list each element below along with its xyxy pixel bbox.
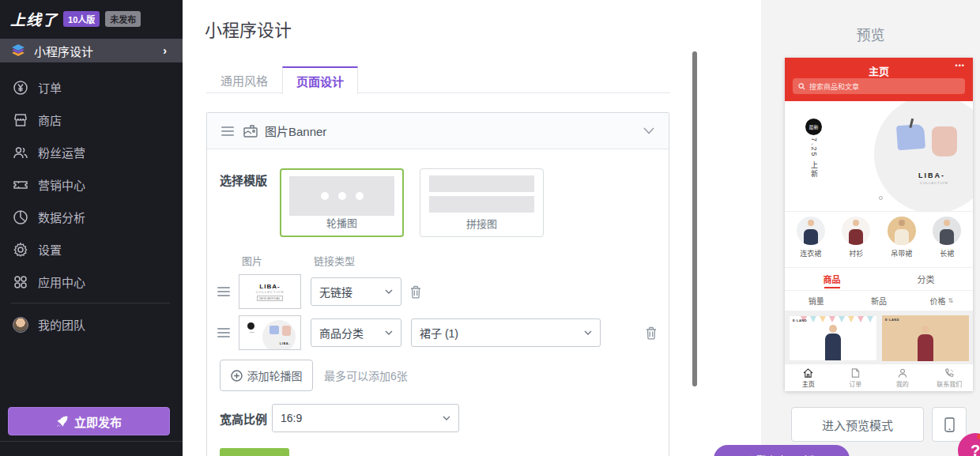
category-image <box>797 217 825 245</box>
publish-now-button[interactable]: 立即发布 <box>8 407 170 435</box>
template-option-label: 拼接图 <box>420 216 543 231</box>
chevron-down-icon <box>443 416 450 420</box>
product-card[interactable]: E·LAND <box>882 315 969 361</box>
select-value: 16:9 <box>281 412 438 424</box>
app-window: 上线了 10人版 未发布 小程序设计 › 订单 商店 <box>0 0 980 456</box>
save-settings-button[interactable]: 保存设置 <box>220 448 289 456</box>
module-header[interactable]: 图片Banner <box>207 113 669 149</box>
drag-handle-icon[interactable] <box>217 287 230 296</box>
category-item[interactable]: 衬衫 <box>842 217 870 267</box>
sidebar-item-label: 营销中心 <box>38 176 85 193</box>
module-actions-row: 保存设置 删除版块 <box>220 448 669 456</box>
column-headers: 图片 链接类型 <box>220 253 669 268</box>
sidebar-item-appcenter[interactable]: 应用中心 <box>0 266 183 298</box>
sidebar: 上线了 10人版 未发布 小程序设计 › 订单 商店 <box>0 0 183 456</box>
sidebar-item-analytics[interactable]: 数据分析 <box>0 201 183 233</box>
chevron-right-icon: › <box>163 44 167 57</box>
nav-home[interactable]: 主页 <box>785 368 832 388</box>
banner-image-row-2: ┊ LIBA- 商品分类 裙子 (1) <box>217 314 658 352</box>
status-badge: 未发布 <box>105 11 141 27</box>
sort-price[interactable]: 价格 ⇅ <box>910 291 973 311</box>
sidebar-divider <box>11 303 170 303</box>
phone-banner-carousel[interactable]: 最新 7.25 上新 LIBA- COLLECTION <box>785 101 973 211</box>
phone-search-bar[interactable]: 搜索商品和文章 <box>793 78 965 94</box>
sidebar-item-settings[interactable]: 设置 <box>0 233 183 266</box>
category-item[interactable]: 连衣裙 <box>797 217 825 267</box>
chevron-down-icon <box>584 330 592 335</box>
sidebar-item-shop[interactable]: 商店 <box>0 104 183 136</box>
sort-sales[interactable]: 销量 <box>785 291 847 311</box>
banner-image-row-1: LIBA- COLLECTION NEW ARRIVAL 无链接 <box>217 273 658 311</box>
people-icon <box>12 144 29 161</box>
sidebar-item-team[interactable]: 我的团队 <box>0 308 183 341</box>
template-picker-label: 选择模版 <box>220 168 280 237</box>
search-placeholder: 搜索商品和文章 <box>809 81 859 92</box>
nav-me[interactable]: 我的 <box>879 368 926 388</box>
select-value: 裙子 (1) <box>420 325 579 341</box>
aspect-ratio-label: 宽高比例 <box>220 410 272 427</box>
add-carousel-row: 添加轮播图 最多可以添加6张 <box>220 360 669 391</box>
stitched-thumbnail-bar <box>429 196 534 213</box>
banner-circle-graphic <box>874 101 973 211</box>
drag-handle-icon[interactable] <box>217 328 230 337</box>
template-option-stitched[interactable]: 拼接图 <box>420 168 544 237</box>
bunting-graphic <box>801 316 876 322</box>
add-carousel-image-button[interactable]: 添加轮播图 <box>220 360 313 391</box>
drag-handle-icon[interactable] <box>221 126 234 136</box>
phone-tab-products[interactable]: 商品 <box>785 268 879 290</box>
product-brand: E·LAND <box>793 318 807 322</box>
trash-icon[interactable] <box>645 326 658 340</box>
link-target-select[interactable]: 裙子 (1) <box>411 318 601 347</box>
tab-page-design[interactable]: 页面设计 <box>282 66 358 94</box>
app-grid-icon <box>12 273 29 291</box>
promo-label: 戳上去及时逛 <box>756 452 818 456</box>
template-option-carousel[interactable]: 轮播图 <box>280 168 404 237</box>
category-item[interactable]: 吊带裙 <box>888 217 916 267</box>
sort-label: 销量 <box>808 295 824 307</box>
sidebar-item-fans[interactable]: 粉丝运营 <box>0 136 183 168</box>
sidebar-item-label: 小程序设计 <box>34 43 93 59</box>
ticket-icon <box>12 176 29 194</box>
mobile-preview-button[interactable] <box>932 407 967 442</box>
nav-orders[interactable]: 订单 <box>832 368 880 388</box>
pointing-hand-icon: ☝ <box>745 454 752 456</box>
phone-sort-row: 销量 新品 价格 ⇅ <box>785 291 973 311</box>
module-body: 选择模版 轮播图 拼接图 图片 链接类型 <box>207 149 669 456</box>
banner-image-thumbnail[interactable]: LIBA- COLLECTION NEW ARRIVAL <box>239 274 301 309</box>
sidebar-item-design[interactable]: 小程序设计 › <box>0 39 183 62</box>
link-type-select[interactable]: 商品分类 <box>311 318 401 347</box>
sidebar-item-orders[interactable]: 订单 <box>0 71 183 104</box>
preview-buttons-row: 进入预览模式 <box>791 407 967 442</box>
vertical-scrollbar[interactable] <box>692 51 697 386</box>
column-header-image: 图片 <box>242 253 314 268</box>
aspect-ratio-row: 宽高比例 16:9 <box>220 404 669 432</box>
chevron-down-icon <box>385 330 393 335</box>
phone-tab-categories[interactable]: 分类 <box>879 268 973 290</box>
tab-general-style[interactable]: 通用风格 <box>206 66 282 93</box>
banner-image-thumbnail[interactable]: ┊ LIBA- <box>239 315 301 350</box>
phone-header: 主页 ••• 搜索商品和文章 <box>785 58 973 101</box>
enter-preview-mode-button[interactable]: 进入预览模式 <box>791 407 924 442</box>
chevron-down-icon[interactable] <box>643 127 654 134</box>
sidebar-item-marketing[interactable]: 营销中心 <box>0 168 183 201</box>
nav-contact[interactable]: 联系我们 <box>926 368 974 388</box>
page-title: 小程序设计 <box>205 16 292 41</box>
banner-blue-top-graphic <box>896 124 925 150</box>
sort-new[interactable]: 新品 <box>847 291 910 311</box>
chevron-down-icon <box>385 289 393 294</box>
product-brand: E·LAND <box>885 318 899 322</box>
trash-icon[interactable] <box>409 285 422 299</box>
template-option-label: 轮播图 <box>281 215 402 230</box>
promo-floating-button[interactable]: ☝ 戳上去及时逛 <box>714 445 850 456</box>
category-item[interactable]: 长裙 <box>933 217 961 267</box>
aspect-ratio-select[interactable]: 16:9 <box>272 404 459 432</box>
product-card[interactable]: E·LAND <box>789 315 877 361</box>
carousel-indicator-dot <box>879 196 883 200</box>
nav-label: 我的 <box>896 379 909 388</box>
link-type-select[interactable]: 无链接 <box>311 277 401 306</box>
plan-badge: 10人版 <box>63 11 100 27</box>
more-menu-icon[interactable]: ••• <box>956 62 965 70</box>
banner-new-badge: 最新 <box>805 119 822 135</box>
preview-panel: 预览 主页 ••• 搜索商品和文章 最新 7.25 上新 LIBA- <box>761 0 980 456</box>
preview-title: 预览 <box>761 24 980 44</box>
